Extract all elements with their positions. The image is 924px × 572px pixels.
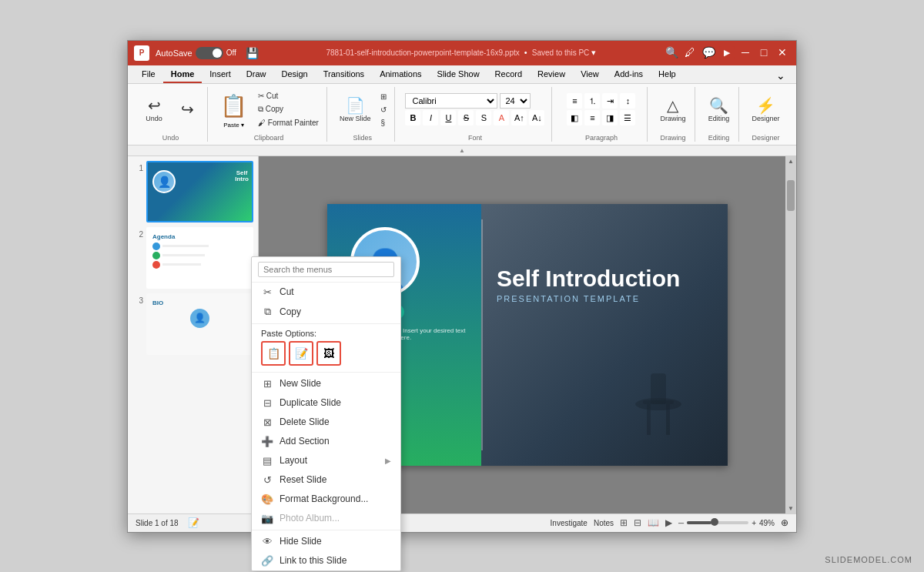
- reading-view-icon[interactable]: 📖: [648, 517, 659, 528]
- align-center-button[interactable]: ≡: [584, 110, 600, 125]
- normal-view-icon[interactable]: ⊞: [620, 517, 628, 528]
- designer-button[interactable]: ⚡ Designer: [747, 93, 784, 125]
- copy-button[interactable]: ⧉ Copy: [255, 103, 322, 115]
- maximize-icon[interactable]: □: [756, 46, 772, 59]
- format-painter-button[interactable]: 🖌 Format Painter: [255, 117, 322, 129]
- shadow-button[interactable]: S: [476, 110, 491, 125]
- status-investigate: Investigate: [551, 519, 588, 527]
- clipboard-label: Clipboard: [254, 132, 284, 142]
- tab-help[interactable]: Help: [651, 66, 684, 83]
- close-icon[interactable]: ✕: [775, 46, 790, 59]
- ctx-layout[interactable]: ▤ Layout ▶: [252, 451, 259, 470]
- comments-icon[interactable]: 💬: [701, 46, 716, 59]
- tab-home[interactable]: Home: [163, 66, 203, 83]
- undo-group-label: Undo: [162, 132, 179, 142]
- tab-review[interactable]: Review: [530, 66, 573, 83]
- tab-design[interactable]: Design: [273, 66, 315, 83]
- scroll-up-arrow[interactable]: ▲: [788, 158, 794, 165]
- fontsize-decrease-button[interactable]: A↓: [529, 110, 544, 125]
- scroll-thumb[interactable]: [787, 180, 795, 211]
- ctx-photo-album[interactable]: 📷 Photo Album...: [252, 509, 259, 513]
- share-icon[interactable]: 🖊: [682, 46, 698, 59]
- ctx-add-section[interactable]: ➕ Add Section: [252, 432, 259, 451]
- slide-number-3: 3: [132, 293, 143, 305]
- underline-button[interactable]: U: [440, 110, 456, 125]
- new-slide-button[interactable]: 📄 New Slide: [335, 93, 376, 125]
- line-spacing-button[interactable]: ↕: [620, 93, 635, 109]
- fontsize-increase-button[interactable]: A↑: [511, 110, 527, 125]
- align-left-button[interactable]: ◧: [567, 110, 582, 125]
- ctx-cut[interactable]: ✂ Cut: [252, 283, 259, 302]
- slide-image-3: BIO 👤: [146, 293, 253, 355]
- search-icon[interactable]: 🔍: [664, 46, 679, 59]
- layout-button[interactable]: ⊞: [377, 91, 390, 102]
- cut-button[interactable]: ✂ Cut: [255, 90, 322, 102]
- strikethrough-button[interactable]: S: [458, 110, 474, 125]
- slide-thumb-3[interactable]: 3 BIO 👤: [132, 293, 253, 355]
- context-menu-search-input[interactable]: [258, 262, 259, 277]
- fit-to-window-icon[interactable]: ⊕: [781, 517, 788, 528]
- ctx-delete-slide[interactable]: ⊠ Delete Slide: [252, 413, 259, 432]
- ctx-copy[interactable]: ⧉ Copy: [252, 302, 259, 322]
- font-size-select[interactable]: 24: [500, 93, 531, 109]
- application-window: P AutoSave Off 💾 7881-01-self-introducti…: [127, 40, 797, 533]
- drawing-button[interactable]: △ Drawing: [655, 93, 690, 125]
- font-family-select[interactable]: Calibri: [405, 93, 497, 109]
- slide-thumb-1[interactable]: 1 👤 SelfIntro: [132, 161, 253, 222]
- bold-button[interactable]: B: [405, 110, 420, 125]
- fontcolor-button[interactable]: A: [494, 110, 509, 125]
- ribbon-collapse-btn[interactable]: ⌄: [772, 68, 790, 83]
- tab-animations[interactable]: Animations: [372, 66, 429, 83]
- zoom-handle[interactable]: [711, 518, 718, 526]
- zoom-fill: [687, 521, 711, 524]
- slide-thumb-2[interactable]: 2 Agenda: [132, 227, 253, 289]
- ctx-format-background[interactable]: 🎨 Format Background...: [252, 490, 259, 509]
- autosave-area: AutoSave Off: [156, 47, 236, 59]
- numbered-list-button[interactable]: ⒈: [584, 93, 600, 109]
- justify-button[interactable]: ☰: [620, 110, 635, 125]
- indent-button[interactable]: ⇥: [602, 93, 618, 109]
- zoom-in-icon[interactable]: +: [752, 519, 756, 527]
- align-right-button[interactable]: ◨: [602, 110, 618, 125]
- zoom-out-icon[interactable]: ─: [678, 519, 684, 527]
- redo-button[interactable]: ↪: [172, 97, 203, 122]
- tab-view[interactable]: View: [573, 66, 607, 83]
- paragraph-label: Paragraph: [585, 132, 618, 142]
- ctx-divider-1: [252, 323, 259, 324]
- app-logo: P: [134, 45, 149, 61]
- section-button[interactable]: §: [377, 117, 390, 129]
- editing-button[interactable]: 🔍 Editing: [703, 93, 734, 125]
- ctx-duplicate-slide[interactable]: ⊟ Duplicate Slide: [252, 393, 259, 413]
- paste-button[interactable]: 📋: [216, 90, 252, 122]
- scroll-down-arrow[interactable]: ▼: [788, 505, 794, 512]
- ctx-reset-slide[interactable]: ↺ Reset Slide: [252, 470, 259, 490]
- status-right: Investigate Notes ⊞ ⊟ 📖 ▶ ─ + 49% ⊕: [551, 517, 788, 528]
- presenter-view-icon[interactable]: ▶: [665, 517, 672, 528]
- tab-file[interactable]: File: [134, 66, 163, 83]
- tab-addins[interactable]: Add-ins: [607, 66, 651, 83]
- zoom-track[interactable]: [687, 521, 748, 524]
- tab-slideshow[interactable]: Slide Show: [430, 66, 487, 83]
- ribbon-collapse-bar[interactable]: ▲: [128, 146, 796, 156]
- autosave-toggle[interactable]: [196, 47, 223, 59]
- bullet-list-button[interactable]: ≡: [567, 93, 582, 109]
- vertical-scrollbar[interactable]: ▲ ▼: [785, 156, 796, 513]
- tab-draw[interactable]: Draw: [239, 66, 274, 83]
- present-icon[interactable]: ▶: [719, 46, 735, 59]
- slide-number-1: 1: [132, 161, 143, 172]
- toggle-state-label: Off: [226, 49, 236, 57]
- font-area: Calibri 24 B I U S S A A↑ A↓: [405, 93, 544, 125]
- undo-button[interactable]: ↩ Undo: [139, 93, 169, 125]
- designer-group: ⚡ Designer Designer: [742, 87, 788, 142]
- tab-insert[interactable]: Insert: [202, 66, 239, 83]
- italic-button[interactable]: I: [423, 110, 438, 125]
- ctx-new-slide[interactable]: ⊞ New Slide: [252, 374, 259, 393]
- save-icon[interactable]: 💾: [246, 47, 259, 59]
- reset-button[interactable]: ↺: [377, 104, 390, 115]
- chair-silhouette: [620, 358, 697, 450]
- tab-transitions[interactable]: Transitions: [316, 66, 372, 83]
- notes-button[interactable]: Notes: [594, 519, 614, 527]
- minimize-icon[interactable]: ─: [738, 46, 753, 59]
- slide-sorter-icon[interactable]: ⊟: [634, 517, 641, 528]
- tab-record[interactable]: Record: [487, 66, 530, 83]
